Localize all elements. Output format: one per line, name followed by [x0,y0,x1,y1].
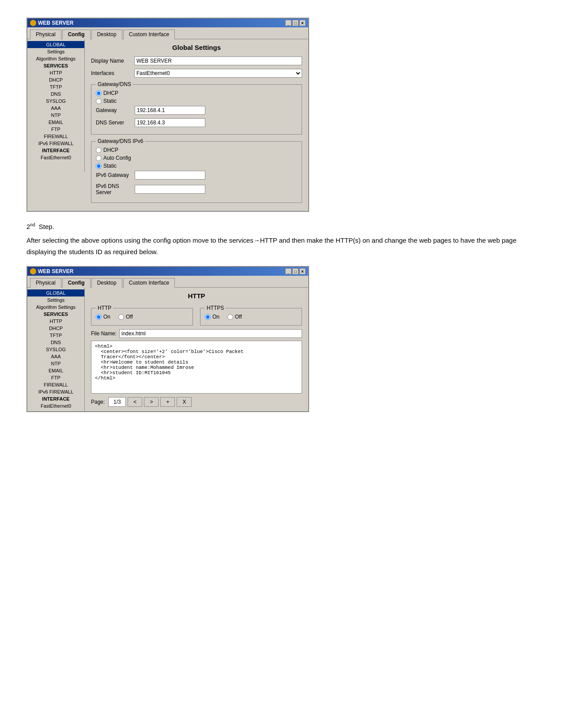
sidebar-item-http[interactable]: HTTP [27,69,84,76]
sidebar-item-settings[interactable]: Settings [27,48,84,55]
dhcp-radio[interactable] [96,90,102,96]
window1-titlebar: WEB SERVER _ □ × [27,19,308,27]
file-name-label: File Name: [91,330,117,337]
body-text-1: After selecting the above options using … [26,235,537,257]
sidebar2-item-dns[interactable]: DNS [27,339,84,346]
display-name-row: Display Name [91,56,302,65]
static-radio-row: Static [96,98,297,104]
https-on-radio[interactable] [205,314,211,320]
sidebar2-item-services: SERVICES [27,311,84,318]
static-label: Static [103,98,117,104]
page-label: Page: [91,399,105,405]
interfaces-label: Interfaces [91,70,131,76]
sidebar-item-email[interactable]: EMAIL [27,119,84,126]
dns-server-input[interactable] [135,118,205,127]
gateway-label: Gateway [96,107,131,113]
window1-body: GLOBAL Settings Algorithm Settings SERVI… [27,39,308,211]
close2-button[interactable]: × [299,268,306,274]
static-ipv6-radio[interactable] [96,163,102,169]
add-button[interactable]: + [160,397,175,407]
interfaces-select[interactable]: FastEthernet0 [134,69,302,78]
sidebar-item-aaa[interactable]: AAA [27,105,84,112]
https-on-label: On [212,314,219,320]
delete-button[interactable]: X [177,397,192,407]
sidebar-item-algorithm-settings[interactable]: Algorithm Settings [27,55,84,62]
sidebar-item-ipv6-firewall[interactable]: IPv6 FIREWALL [27,140,84,147]
static-radio[interactable] [96,98,102,104]
sidebar2-item-tftp[interactable]: TFTP [27,332,84,339]
https-off-radio[interactable] [227,314,233,320]
ipv6-dns-input[interactable] [135,185,205,194]
tab2-physical[interactable]: Physical [30,278,61,288]
sidebar2-item-dhcp[interactable]: DHCP [27,325,84,332]
display-name-input[interactable] [134,56,302,65]
window1: WEB SERVER _ □ × Physical Config Desktop… [26,18,309,212]
tab-desktop[interactable]: Desktop [91,30,122,39]
sidebar2-item-settings[interactable]: Settings [27,296,84,304]
http-https-fieldsets: HTTP On Off HTTPS On [91,305,302,329]
sidebar2-item-ntp[interactable]: NTP [27,360,84,367]
minimize-button[interactable]: _ [285,20,291,26]
display-name-label: Display Name [91,58,131,64]
sidebar-item-firewall[interactable]: FIREWALL [27,133,84,140]
sidebar2-item-ipv6-firewall[interactable]: IPv6 FIREWALL [27,388,84,395]
page-input[interactable] [108,397,126,407]
sidebar-item-tftp[interactable]: TFTP [27,83,84,90]
page-controls: Page: < > + X [91,397,302,407]
sidebar2-item-firewall[interactable]: FIREWALL [27,381,84,388]
sidebar-item-ntp[interactable]: NTP [27,112,84,119]
gateway-input[interactable] [135,106,205,115]
sidebar2-item-syslog[interactable]: SYSLOG [27,346,84,353]
auto-config-radio[interactable] [96,155,102,161]
tab-physical[interactable]: Physical [30,30,61,39]
https-off-label: Off [235,314,242,320]
close-button[interactable]: × [299,20,306,26]
html-content-area[interactable]: <html> <center><font size='+2' color='bl… [91,341,302,394]
http-on-radio[interactable] [96,314,102,320]
window-controls: _ □ × [285,20,306,26]
sidebar2-item-aaa[interactable]: AAA [27,353,84,360]
gateway-dns-ipv6-legend: Gateway/DNS IPv6 [96,138,145,144]
gateway-dns-ipv6-fieldset: Gateway/DNS IPv6 DHCP Auto Config Static… [91,138,302,203]
ipv6-gateway-row: IPv6 Gateway [96,171,297,180]
sidebar-item-fastethernet0[interactable]: FastEthernet0 [27,154,84,161]
http-off-radio[interactable] [118,314,124,320]
ipv6-gateway-label: IPv6 Gateway [96,172,131,178]
sidebar2-item-global[interactable]: GLOBAL [27,289,84,296]
window1-title: WEB SERVER [38,20,73,26]
tab-custom-interface[interactable]: Custom Interface [123,30,175,39]
restore2-button[interactable]: □ [292,268,299,274]
sidebar2-item-algorithm-settings[interactable]: Algorithm Settings [27,304,84,311]
sidebar-item-ftp[interactable]: FTP [27,126,84,133]
auto-config-radio-row: Auto Config [96,155,297,161]
http-off-label: Off [126,314,133,320]
dhcp-ipv6-radio[interactable] [96,147,102,153]
tab2-config[interactable]: Config [62,278,91,288]
tab2-desktop[interactable]: Desktop [91,278,122,288]
next-button[interactable]: > [144,397,159,407]
file-name-input[interactable] [119,329,302,338]
sidebar-item-syslog[interactable]: SYSLOG [27,98,84,105]
interfaces-row: Interfaces FastEthernet0 [91,69,302,78]
dhcp-radio-row: DHCP [96,90,297,96]
ipv6-dns-label: IPv6 DNS Server [96,183,131,195]
gateway-dns-fieldset: Gateway/DNS DHCP Static Gateway DNS Serv… [91,81,302,135]
auto-config-label: Auto Config [103,155,131,161]
sidebar2-item-fastethernet0[interactable]: FastEthernet0 [27,402,84,409]
window2-title: WEB SERVER [38,268,73,274]
tab2-custom-interface[interactable]: Custom Interface [123,278,175,288]
sidebar2-item-interface: INTERFACE [27,395,84,402]
sidebar-item-dhcp[interactable]: DHCP [27,76,84,83]
tab-config[interactable]: Config [62,30,91,39]
prev-button[interactable]: < [128,397,142,407]
sidebar2-item-ftp[interactable]: FTP [27,374,84,381]
minimize2-button[interactable]: _ [285,268,291,274]
titlebar-left: WEB SERVER [30,20,73,26]
ipv6-gateway-input[interactable] [135,171,205,180]
sidebar-item-global[interactable]: GLOBAL [27,41,84,48]
restore-button[interactable]: □ [292,20,299,26]
sidebar-item-dns[interactable]: DNS [27,90,84,98]
sidebar2-item-email[interactable]: EMAIL [27,367,84,374]
sidebar2-item-http[interactable]: HTTP [27,318,84,325]
title-icon [30,20,36,26]
